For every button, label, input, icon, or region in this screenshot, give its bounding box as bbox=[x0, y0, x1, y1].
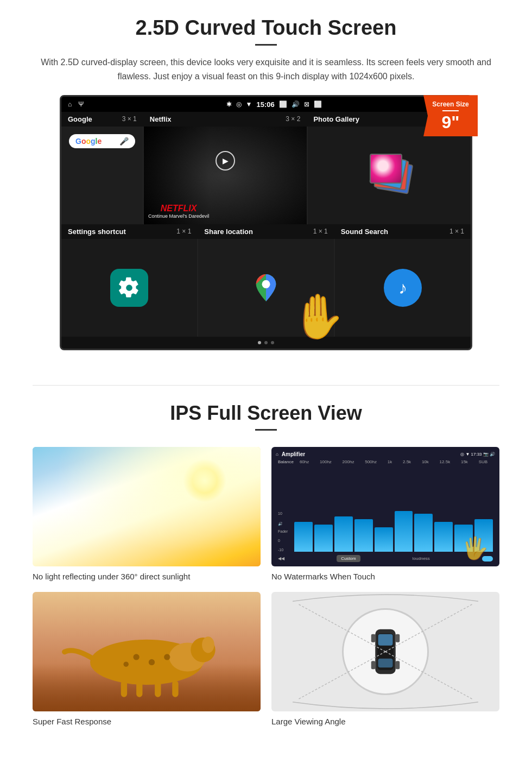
status-left-icons: ⌂ Ψ bbox=[68, 100, 84, 108]
photo-stack bbox=[368, 154, 411, 197]
eq-bar-2 bbox=[314, 525, 333, 552]
page-dots bbox=[61, 337, 471, 349]
hand-on-screen-icon: 🖐 bbox=[461, 535, 489, 561]
viewing-angle-svg bbox=[271, 592, 499, 711]
share-label-row: Share location 1 × 1 bbox=[198, 224, 334, 239]
section-ips-view: IPS Full Screen View No light reflecting… bbox=[0, 402, 532, 748]
amplifier-image: ⌂ Amplifier ◎ ▼ 17:33 📷 🔊 Balance 60hz10… bbox=[271, 447, 499, 566]
section1-description: With 2.5D curved-display screen, this de… bbox=[33, 55, 499, 83]
share-app-name: Share location bbox=[204, 228, 253, 236]
settings-gear-icon bbox=[118, 277, 140, 299]
svg-rect-11 bbox=[155, 680, 161, 697]
dot-3 bbox=[271, 341, 274, 344]
amp-loudness-label: loudness bbox=[413, 556, 430, 561]
settings-icon-wrap bbox=[110, 269, 148, 307]
sound-label-row: Sound Search 1 × 1 bbox=[334, 224, 471, 239]
svg-point-7 bbox=[164, 654, 170, 660]
close-icon: ⊠ bbox=[304, 100, 309, 108]
google-app-name: Google bbox=[68, 115, 92, 123]
car-image bbox=[271, 592, 499, 711]
photo-card-flower bbox=[370, 154, 402, 184]
amp-title: Amplifier bbox=[282, 451, 305, 457]
status-bar: ⌂ Ψ ✱ ◎ ▼ 15:06 ⬜ 🔊 ⊠ ⬜ bbox=[61, 97, 471, 112]
svg-point-6 bbox=[149, 659, 155, 665]
google-search-bar[interactable]: Google 🎤 bbox=[69, 134, 135, 148]
hand-pointing-icon: 🤚 bbox=[290, 291, 345, 342]
netflix-logo-text: NETFLIX bbox=[148, 204, 209, 213]
badge-divider bbox=[442, 110, 459, 111]
wifi-icon: ▼ bbox=[246, 100, 252, 108]
cheetah-svg bbox=[44, 601, 249, 703]
google-cell[interactable]: Google 🎤 bbox=[61, 127, 143, 224]
eq-side-labels: 10 🔊 Fader 0 -10 bbox=[278, 512, 293, 552]
tablet-screen: ⌂ Ψ ✱ ◎ ▼ 15:06 ⬜ 🔊 ⊠ ⬜ Google bbox=[60, 95, 472, 350]
amp-nav-icons: ◀◀ bbox=[278, 556, 284, 561]
section1-title: 2.5D Curved Touch Screen bbox=[33, 16, 499, 40]
svg-rect-12 bbox=[172, 680, 178, 697]
sunlight-visual bbox=[33, 447, 261, 566]
settings-cell[interactable] bbox=[61, 239, 197, 337]
window-icon: ⬜ bbox=[314, 100, 322, 108]
settings-app-size: 1 × 1 bbox=[176, 228, 191, 236]
amp-labels: Balance 60hz100hz200hz500hz1k 2.5k10k12.… bbox=[276, 459, 495, 464]
bluetooth-icon: ✱ bbox=[226, 100, 232, 108]
sound-app-name: Sound Search bbox=[341, 228, 388, 236]
google-app-size: 3 × 1 bbox=[122, 115, 137, 123]
svg-point-4 bbox=[202, 636, 214, 653]
amp-status-bar: ⌂ Amplifier ◎ ▼ 17:33 📷 🔊 bbox=[276, 451, 495, 457]
netflix-label-row: Netflix 3 × 2 bbox=[143, 112, 307, 127]
eq-bar-3 bbox=[334, 516, 353, 552]
google-logo: Google bbox=[75, 137, 102, 146]
eq-bar-6 bbox=[395, 511, 413, 552]
title-underline bbox=[255, 44, 277, 46]
device-wrapper: Screen Size 9" ⌂ Ψ ✱ ◎ ▼ 15:06 ⬜ 🔊 ⊠ bbox=[60, 95, 472, 350]
amplifier-caption: No Watermarks When Touch bbox=[271, 572, 499, 581]
maps-icon bbox=[252, 272, 280, 304]
status-time: 15:06 bbox=[256, 100, 274, 109]
eq-bar-7 bbox=[414, 514, 433, 552]
status-center-icons: ✱ ◎ ▼ 15:06 ⬜ 🔊 ⊠ ⬜ bbox=[84, 100, 464, 109]
sunlight-image bbox=[33, 447, 261, 566]
amplifier-visual: ⌂ Amplifier ◎ ▼ 17:33 📷 🔊 Balance 60hz10… bbox=[271, 447, 499, 566]
feature-cheetah: Super Fast Response bbox=[33, 592, 261, 726]
section2-title: IPS Full Screen View bbox=[33, 402, 499, 425]
dot-2 bbox=[264, 341, 268, 344]
camera-icon: ⬜ bbox=[279, 100, 287, 108]
svg-point-0 bbox=[262, 280, 270, 288]
eq-bar-1 bbox=[294, 522, 313, 552]
share-location-cell[interactable]: 🤚 bbox=[198, 239, 334, 337]
home-icon: ⌂ bbox=[68, 100, 72, 108]
sound-search-cell[interactable]: ♪ bbox=[335, 239, 471, 337]
car-visual bbox=[271, 592, 499, 711]
feature-grid: No light reflecting under 360° direct su… bbox=[33, 447, 499, 726]
amp-icons: ◎ ▼ 17:33 📷 🔊 bbox=[460, 452, 495, 457]
sunlight-caption: No light reflecting under 360° direct su… bbox=[33, 572, 261, 581]
settings-app-name: Settings shortcut bbox=[68, 228, 126, 236]
eq-bar-8 bbox=[434, 522, 453, 552]
cheetah-image bbox=[33, 592, 261, 711]
svg-rect-9 bbox=[121, 680, 127, 697]
cheetah-visual bbox=[33, 592, 261, 711]
car-caption: Large Viewing Angle bbox=[271, 717, 499, 726]
photo-gallery-cell[interactable] bbox=[308, 127, 471, 224]
feature-amplifier: ⌂ Amplifier ◎ ▼ 17:33 📷 🔊 Balance 60hz10… bbox=[271, 447, 499, 581]
amp-custom-button: Custom bbox=[337, 555, 360, 562]
badge-number: 9" bbox=[428, 113, 473, 131]
maps-svg-icon bbox=[252, 272, 280, 304]
netflix-cell[interactable]: ▶ NETFLIX Continue Marvel's Daredevil bbox=[144, 127, 307, 224]
svg-point-5 bbox=[133, 654, 139, 660]
music-note-icon: ♪ bbox=[398, 278, 407, 298]
feature-sunlight: No light reflecting under 360° direct su… bbox=[33, 447, 261, 581]
screen-size-badge: Screen Size 9" bbox=[423, 95, 478, 136]
section-curved-screen: 2.5D Curved Touch Screen With 2.5D curve… bbox=[0, 0, 532, 363]
share-app-size: 1 × 1 bbox=[313, 228, 328, 236]
netflix-app-size: 3 × 2 bbox=[286, 115, 300, 123]
svg-point-8 bbox=[123, 661, 128, 666]
netflix-subtitle: Continue Marvel's Daredevil bbox=[148, 213, 209, 219]
google-mic-icon: 🎤 bbox=[119, 137, 129, 146]
netflix-app-name: Netflix bbox=[150, 115, 172, 123]
svg-rect-10 bbox=[136, 680, 142, 697]
eq-bar-4 bbox=[354, 519, 373, 552]
netflix-play-button[interactable]: ▶ bbox=[216, 151, 235, 171]
sound-app-size: 1 × 1 bbox=[449, 228, 464, 236]
